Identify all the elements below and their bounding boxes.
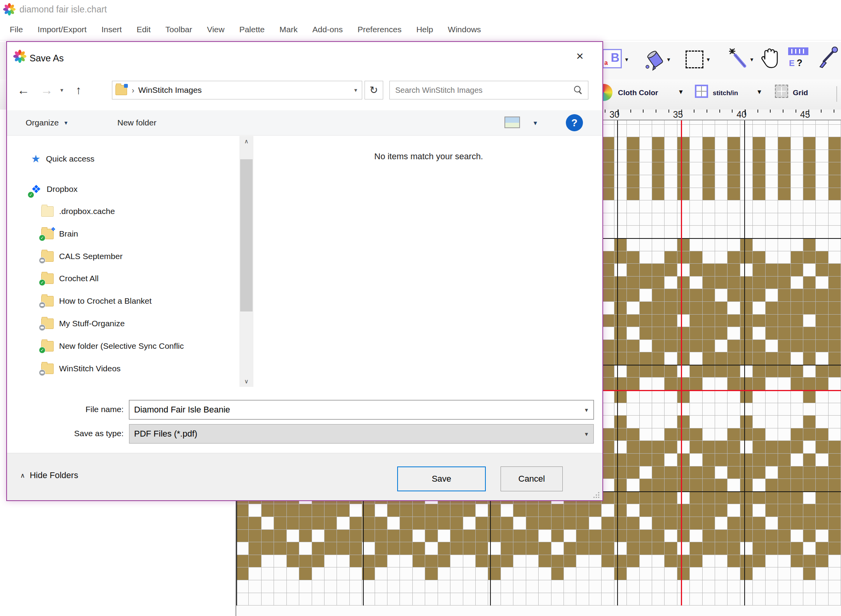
back-button[interactable]: ← [13, 79, 33, 101]
chart-cell[interactable] [803, 200, 816, 213]
chart-cell[interactable] [715, 555, 728, 568]
chart-cell[interactable] [703, 365, 715, 378]
scrollbar-thumb[interactable] [240, 159, 253, 311]
chart-cell[interactable] [614, 593, 627, 606]
chart-cell[interactable] [778, 238, 790, 251]
chart-cell[interactable] [413, 542, 425, 555]
chart-cell[interactable] [589, 504, 602, 517]
chart-cell[interactable] [665, 188, 677, 201]
chart-cell[interactable] [614, 340, 627, 353]
chart-cell[interactable] [501, 555, 513, 568]
chart-cell[interactable] [829, 580, 841, 593]
chart-cell[interactable] [274, 530, 286, 543]
chart-cell[interactable] [551, 517, 564, 530]
chart-cell[interactable] [665, 289, 677, 302]
chart-cell[interactable] [703, 555, 715, 568]
chart-cell[interactable] [652, 302, 665, 315]
chart-cell[interactable] [602, 555, 614, 568]
chart-cell[interactable] [715, 504, 728, 517]
chart-cell[interactable] [640, 213, 652, 226]
chart-cell[interactable] [816, 580, 828, 593]
chart-cell[interactable] [690, 327, 702, 340]
chart-cell[interactable] [602, 251, 614, 264]
chart-cell[interactable] [249, 593, 261, 606]
chart-cell[interactable] [602, 302, 614, 315]
chart-cell[interactable] [652, 150, 665, 163]
chart-cell[interactable] [829, 125, 841, 137]
chart-cell[interactable] [513, 504, 526, 517]
chart-cell[interactable] [337, 555, 349, 568]
chart-cell[interactable] [463, 530, 476, 543]
chart-cell[interactable] [249, 517, 261, 530]
chart-cell[interactable] [715, 580, 728, 593]
chart-cell[interactable] [778, 504, 790, 517]
chart-cell[interactable] [652, 264, 665, 277]
chart-cell[interactable] [627, 517, 639, 530]
chart-cell[interactable] [602, 542, 614, 555]
paint-bucket-dropdown-icon[interactable]: ▼ [666, 57, 671, 63]
chart-cell[interactable] [299, 580, 312, 593]
chart-cell[interactable] [791, 567, 803, 580]
chart-cell[interactable] [476, 517, 488, 530]
chart-cell[interactable] [387, 567, 400, 580]
chart-cell[interactable] [803, 593, 816, 606]
chart-cell[interactable] [362, 567, 375, 580]
chart-cell[interactable] [816, 251, 828, 264]
chart-cell[interactable] [753, 251, 765, 264]
chart-cell[interactable] [627, 340, 639, 353]
chart-cell[interactable] [236, 593, 249, 606]
chart-cell[interactable] [640, 137, 652, 150]
chart-cell[interactable] [551, 530, 564, 543]
chart-cell[interactable] [753, 264, 765, 277]
chart-cell[interactable] [640, 492, 652, 505]
chart-cell[interactable] [766, 213, 778, 226]
chart-cell[interactable] [627, 302, 639, 315]
chart-cell[interactable] [665, 315, 677, 327]
chart-cell[interactable] [791, 454, 803, 466]
chart-cell[interactable] [740, 517, 753, 530]
chart-cell[interactable] [753, 175, 765, 188]
chart-cell[interactable] [778, 213, 790, 226]
chart-cell[interactable] [513, 542, 526, 555]
text-tool-dropdown-icon[interactable]: ▼ [624, 57, 629, 63]
chart-cell[interactable] [249, 530, 261, 543]
chart-cell[interactable] [325, 555, 337, 568]
chart-cell[interactable] [753, 567, 765, 580]
chart-cell[interactable] [778, 226, 790, 238]
chart-cell[interactable] [816, 226, 828, 238]
chart-cell[interactable] [640, 403, 652, 416]
chart-cell[interactable] [476, 593, 488, 606]
chart-cell[interactable] [652, 226, 665, 238]
chart-cell[interactable] [740, 162, 753, 175]
selection-dropdown-icon[interactable]: ▼ [706, 57, 711, 63]
chart-cell[interactable] [791, 542, 803, 555]
chart-cell[interactable] [576, 593, 589, 606]
chart-cell[interactable] [740, 188, 753, 201]
chart-cell[interactable] [350, 555, 362, 568]
chart-cell[interactable] [413, 580, 425, 593]
chart-cell[interactable] [753, 289, 765, 302]
cloth-color-label[interactable]: Cloth Color [618, 89, 658, 97]
chart-cell[interactable] [703, 188, 715, 201]
chart-cell[interactable] [677, 213, 690, 226]
chart-cell[interactable] [803, 555, 816, 568]
chart-cell[interactable] [602, 416, 614, 428]
chart-cell[interactable] [677, 441, 690, 454]
chart-cell[interactable] [463, 593, 476, 606]
chart-cell[interactable] [236, 504, 249, 517]
chart-cell[interactable] [740, 466, 753, 479]
chart-cell[interactable] [589, 567, 602, 580]
chart-cell[interactable] [627, 251, 639, 264]
chart-cell[interactable] [766, 580, 778, 593]
chart-cell[interactable] [715, 264, 728, 277]
chart-cell[interactable] [627, 277, 639, 289]
chart-cell[interactable] [614, 352, 627, 365]
chart-cell[interactable] [627, 492, 639, 505]
chart-cell[interactable] [614, 302, 627, 315]
menu-item-mark[interactable]: Mark [272, 19, 305, 40]
chart-cell[interactable] [753, 542, 765, 555]
chart-cell[interactable] [703, 390, 715, 403]
chart-cell[interactable] [740, 542, 753, 555]
chart-cell[interactable] [614, 542, 627, 555]
chart-cell[interactable] [778, 289, 790, 302]
